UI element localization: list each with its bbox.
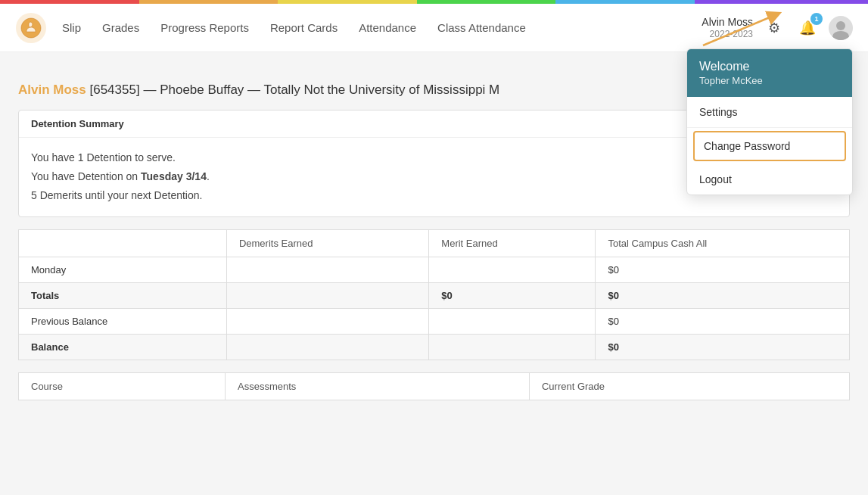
row-merits	[429, 308, 596, 334]
main-nav: Slip Grades Progress Reports Report Card…	[62, 21, 702, 34]
welcome-label: Welcome	[699, 60, 840, 73]
nav-attendance[interactable]: Attendance	[359, 21, 416, 34]
row-total: $0	[596, 282, 850, 308]
courses-col-grade: Current Grade	[529, 372, 849, 400]
row-label: Balance	[19, 334, 227, 360]
avatar[interactable]	[829, 16, 853, 40]
row-demerits	[226, 334, 428, 360]
table-row: Previous Balance $0	[19, 308, 850, 334]
table-row: Balance $0	[19, 334, 850, 360]
row-demerits	[226, 257, 428, 282]
nav-grades[interactable]: Grades	[102, 21, 139, 34]
nav-slip[interactable]: Slip	[62, 21, 81, 34]
dropdown-header: Welcome Topher McKee	[687, 49, 852, 97]
student-name: Alvin Moss	[18, 82, 86, 97]
student-details: — Phoebe Buffay — Totally Not the Univer…	[143, 82, 499, 97]
table-row: Totals $0 $0	[19, 282, 850, 308]
row-merits	[429, 334, 596, 360]
merits-table: Demerits Earned Merit Earned Total Campu…	[18, 229, 850, 360]
row-label: Monday	[19, 257, 227, 282]
logo[interactable]	[15, 12, 47, 44]
col-header-empty	[19, 229, 227, 257]
courses-col-course: Course	[19, 372, 226, 400]
col-header-total: Total Campus Cash All	[596, 229, 850, 257]
row-demerits	[226, 282, 428, 308]
nav-progress-reports[interactable]: Progress Reports	[160, 21, 249, 34]
dropdown-username: Topher McKee	[699, 75, 840, 86]
col-header-demerits: Demerits Earned	[226, 229, 428, 257]
table-row: Monday $0	[19, 257, 850, 282]
student-id: [654355]	[89, 82, 139, 97]
user-dropdown: Welcome Topher McKee Settings Change Pas…	[686, 48, 853, 195]
row-label: Previous Balance	[19, 308, 227, 334]
row-demerits	[226, 308, 428, 334]
row-total: $0	[596, 257, 850, 282]
svg-point-1	[836, 21, 845, 30]
row-merits: $0	[429, 282, 596, 308]
svg-line-4	[703, 15, 775, 45]
row-label: Totals	[19, 282, 227, 308]
arrow-pointer	[695, 8, 786, 55]
row-total: $0	[596, 334, 850, 360]
col-header-merits: Merit Earned	[429, 229, 596, 257]
nav-class-attendance[interactable]: Class Attendance	[437, 21, 526, 34]
notifications-wrapper: 🔔 1	[795, 16, 820, 40]
dropdown-change-password[interactable]: Change Password	[693, 131, 846, 161]
courses-table: Course Assessments Current Grade	[18, 372, 850, 400]
row-total: $0	[596, 308, 850, 334]
dropdown-settings[interactable]: Settings	[687, 97, 852, 128]
row-merits	[429, 257, 596, 282]
courses-col-assessments: Assessments	[226, 372, 530, 400]
dropdown-logout[interactable]: Logout	[687, 164, 852, 195]
notif-badge: 1	[810, 13, 823, 25]
nav-report-cards[interactable]: Report Cards	[270, 21, 338, 34]
svg-point-2	[832, 31, 849, 40]
svg-point-0	[16, 13, 46, 43]
